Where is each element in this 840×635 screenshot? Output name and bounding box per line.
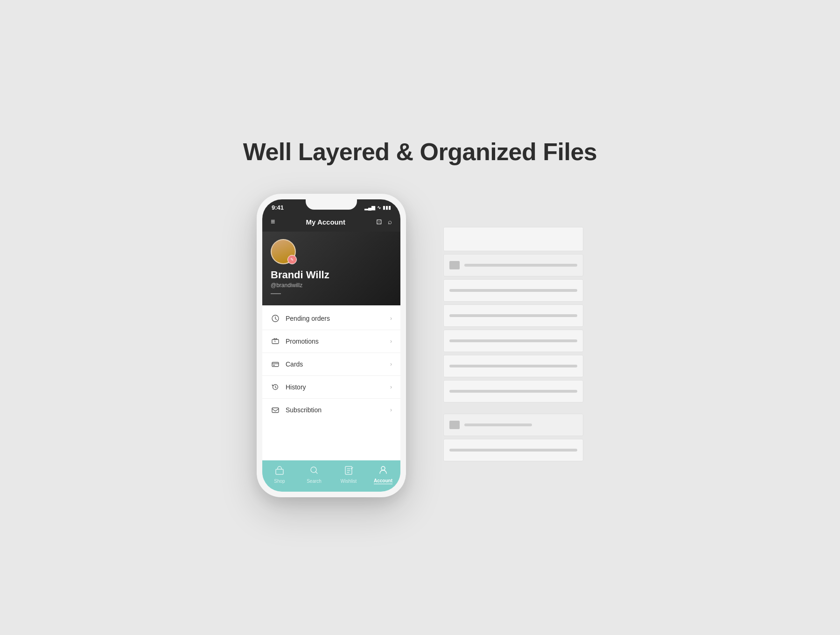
account-icon (378, 465, 388, 477)
folder-icon-2 (449, 421, 460, 429)
cart-icon[interactable]: ⊡ (376, 218, 382, 226)
file-row-3 (443, 330, 583, 352)
file-line (449, 390, 577, 393)
menu-item-cards[interactable]: Cards › (262, 353, 400, 376)
file-line-short (464, 423, 532, 426)
edit-icon: ✎ (290, 257, 294, 262)
shop-icon (275, 466, 284, 477)
phone-notch (306, 199, 357, 210)
file-panel (443, 227, 583, 464)
chevron-icon: › (390, 315, 392, 322)
menu-item-subscription[interactable]: Subscribtion › (262, 399, 400, 421)
nav-label-search: Search (307, 479, 322, 484)
file-line (449, 314, 577, 317)
profile-line (271, 293, 281, 294)
signal-icon: ▂▄▆ (364, 205, 375, 210)
file-line (449, 339, 577, 342)
folder-icon (449, 261, 460, 269)
search-nav-icon (309, 466, 319, 477)
header-icons: ⊡ ⌕ (376, 218, 392, 226)
clock-icon (271, 314, 280, 323)
chevron-icon: › (390, 407, 392, 413)
menu-label-promotions: Promotions (286, 338, 319, 345)
content-area: 9:41 ▂▄▆ ∿ ▮▮▮ ≡ My Account ⊡ ⌕ (257, 194, 583, 497)
bottom-nav: Shop Search (262, 460, 400, 492)
header-title: My Account (306, 218, 345, 226)
menu-label-cards: Cards (286, 360, 303, 368)
file-gap (443, 405, 583, 414)
file-row-folder-2 (443, 414, 583, 436)
file-row-2 (443, 304, 583, 327)
nav-label-account: Account (374, 478, 392, 484)
nav-label-shop: Shop (274, 479, 285, 484)
nav-item-wishlist[interactable]: Wishlist (331, 466, 366, 484)
svg-rect-4 (273, 365, 275, 366)
app-header: ≡ My Account ⊡ ⌕ (262, 214, 400, 232)
chevron-icon: › (390, 338, 392, 345)
nav-label-wishlist: Wishlist (341, 479, 357, 484)
file-line (449, 289, 577, 292)
menu-left: History (271, 382, 306, 392)
chevron-icon: › (390, 384, 392, 390)
svg-rect-3 (272, 362, 279, 367)
file-row-4 (443, 355, 583, 377)
file-line (449, 449, 577, 452)
status-icons: ▂▄▆ ∿ ▮▮▮ (364, 205, 391, 210)
menu-left: Pending orders (271, 314, 330, 323)
mail-icon (271, 405, 280, 415)
menu-label-pending-orders: Pending orders (286, 315, 330, 322)
edit-badge[interactable]: ✎ (287, 255, 297, 264)
search-icon[interactable]: ⌕ (388, 218, 392, 226)
menu-list: Pending orders › % Promotions (262, 305, 400, 460)
file-row-folder-1 (443, 254, 583, 276)
menu-item-history[interactable]: History › (262, 376, 400, 399)
promotions-icon: % (271, 337, 280, 346)
svg-point-9 (381, 466, 385, 470)
menu-label-history: History (286, 383, 306, 391)
profile-username: @brandiwillz (271, 282, 392, 289)
nav-item-search[interactable]: Search (297, 466, 331, 484)
hamburger-icon[interactable]: ≡ (271, 218, 275, 226)
history-icon (271, 382, 280, 392)
cards-icon (271, 360, 280, 369)
status-time: 9:41 (272, 204, 284, 211)
chevron-icon: › (390, 361, 392, 367)
avatar-wrap: ✎ (271, 239, 296, 264)
profile-content: ✎ Brandi Willz @brandiwillz (271, 239, 392, 294)
battery-icon: ▮▮▮ (383, 205, 391, 210)
menu-left: Cards (271, 360, 303, 369)
menu-left: Subscribtion (271, 405, 322, 415)
wishlist-icon (344, 466, 353, 477)
profile-name: Brandi Willz (271, 269, 392, 281)
menu-left: % Promotions (271, 337, 319, 346)
file-row-5 (443, 380, 583, 402)
menu-label-subscription: Subscribtion (286, 406, 322, 414)
menu-item-pending-orders[interactable]: Pending orders › (262, 307, 400, 330)
file-row-6 (443, 439, 583, 461)
file-row-1 (443, 279, 583, 302)
nav-item-account[interactable]: Account (366, 465, 400, 484)
phone-mockup: 9:41 ▂▄▆ ∿ ▮▮▮ ≡ My Account ⊡ ⌕ (257, 194, 406, 497)
file-line (449, 365, 577, 367)
svg-rect-5 (272, 408, 279, 413)
menu-item-promotions[interactable]: % Promotions › (262, 330, 400, 353)
phone-inner: 9:41 ▂▄▆ ∿ ▮▮▮ ≡ My Account ⊡ ⌕ (262, 199, 400, 492)
profile-section: ✎ Brandi Willz @brandiwillz (262, 232, 400, 305)
nav-item-shop[interactable]: Shop (262, 466, 297, 484)
file-line (464, 264, 577, 267)
page-title: Well Layered & Organized Files (243, 138, 597, 166)
svg-text:%: % (274, 340, 276, 343)
wifi-icon: ∿ (377, 205, 381, 210)
svg-rect-6 (276, 469, 283, 474)
file-row-header (443, 227, 583, 251)
